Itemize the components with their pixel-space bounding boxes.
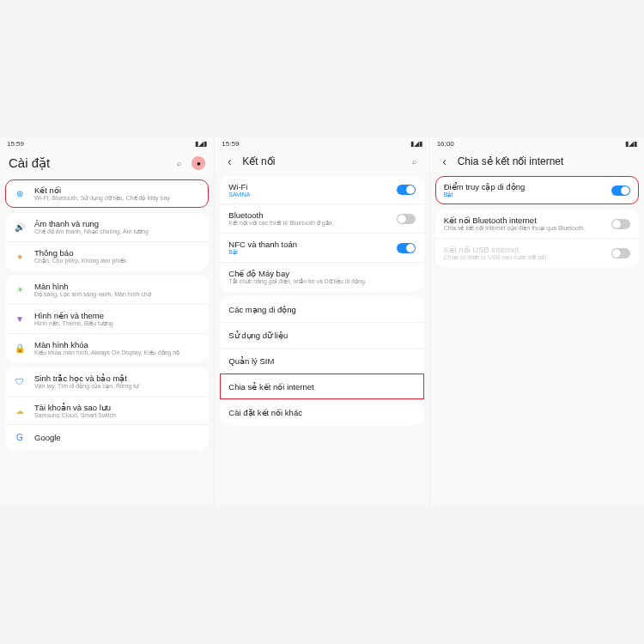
item-display[interactable]: ☀ Màn hình Độ sáng, Lọc ánh sáng xanh, M… xyxy=(5,276,209,304)
card-g2: Các mạng di động Sử dụng dữ liệu Quản lý… xyxy=(220,296,423,425)
header: Cài đặt ⌕ ● xyxy=(0,150,214,176)
status-bar: 15:59 ▮◢▮ xyxy=(215,137,428,150)
cloud-icon: ☁ xyxy=(14,406,26,416)
screen-connections: 15:59 ▮◢▮ ‹ Kết nối ⌕ Wi-Fi SAVINA Bluet… xyxy=(215,137,429,507)
item-bluetooth-tethering[interactable]: Kết nối Bluetooth internet Chia sẻ kết n… xyxy=(435,210,639,238)
usb-tether-toggle xyxy=(611,248,630,258)
item-bluetooth[interactable]: Bluetooth Kết nối với các thiết bị Bluet… xyxy=(220,204,423,233)
header: ‹ Chia sẻ kết nối internet xyxy=(430,150,644,173)
card-group-3: ☀ Màn hình Độ sáng, Lọc ánh sáng xanh, M… xyxy=(5,276,209,362)
tethering-list: Điểm truy cập di động Bật Kết nối Blueto… xyxy=(430,173,644,507)
item-sim-manager[interactable]: Quản lý SIM xyxy=(220,348,423,374)
google-icon: G xyxy=(14,433,26,442)
status-bar: 16:00 ▮◢▮ xyxy=(430,137,644,150)
search-icon[interactable]: ⌕ xyxy=(173,157,185,169)
connections-list: Wi-Fi SAVINA Bluetooth Kết nối với các t… xyxy=(215,173,428,507)
status-time: 16:00 xyxy=(437,140,454,148)
item-title: Kết nối xyxy=(34,185,200,195)
item-airplane[interactable]: Chế độ Máy bay Tắt chức năng gọi điện, n… xyxy=(220,262,423,291)
status-time: 15:59 xyxy=(222,140,239,148)
bluetooth-toggle[interactable] xyxy=(397,214,416,224)
header: ‹ Kết nối ⌕ xyxy=(215,150,428,173)
item-biometrics[interactable]: 🛡 Sinh trắc học và bảo mật Vân tay, Tìm … xyxy=(5,368,209,396)
settings-list: ⊛ Kết nối Wi-Fi, Bluetooth, Sử dụng dữ l… xyxy=(0,176,214,507)
item-nfc[interactable]: NFC và thanh toán Bật xyxy=(220,233,423,262)
item-sound[interactable]: 🔊 Âm thanh và rung Chế độ âm thanh, Nhạc… xyxy=(5,213,209,241)
card-mobile-hotspot: Điểm truy cập di động Bật xyxy=(435,176,639,204)
item-usb-tethering: Kết nối USB internet Chưa có thiết bị US… xyxy=(435,238,639,267)
lock-icon: 🔒 xyxy=(14,343,26,353)
item-wifi[interactable]: Wi-Fi SAVINA xyxy=(220,176,423,204)
profile-avatar[interactable]: ● xyxy=(191,156,205,170)
sun-icon: ☀ xyxy=(14,285,26,295)
page-title: Chia sẻ kết nối internet xyxy=(458,155,635,167)
screen-tethering: 16:00 ▮◢▮ ‹ Chia sẻ kết nối internet Điể… xyxy=(430,137,644,507)
item-accounts[interactable]: ☁ Tài khoản và sao lưu Samsung Cloud, Sm… xyxy=(5,396,209,424)
search-icon[interactable]: ⌕ xyxy=(409,155,421,167)
item-hotspot-tethering[interactable]: Chia sẻ kết nối internet xyxy=(220,374,423,399)
item-google[interactable]: G Google xyxy=(5,424,209,450)
item-theme[interactable]: ▼ Hình nền và theme Hình nền, Theme, Biể… xyxy=(5,304,209,333)
shield-icon: 🛡 xyxy=(14,377,26,386)
bt-tether-toggle[interactable] xyxy=(611,219,630,229)
item-connections[interactable]: ⊛ Kết nối Wi-Fi, Bluetooth, Sử dụng dữ l… xyxy=(5,179,209,208)
item-sub: Wi-Fi, Bluetooth, Sử dụng dữ liệu, Chế đ… xyxy=(34,195,200,202)
hotspot-toggle[interactable] xyxy=(611,185,630,196)
item-mobile-networks[interactable]: Các mạng di động xyxy=(220,296,423,322)
status-bar: 15:59 ▮◢▮ xyxy=(0,137,214,150)
card-group-2: 🔊 Âm thanh và rung Chế độ âm thanh, Nhạc… xyxy=(5,213,209,270)
item-more-connections[interactable]: Cài đặt kết nối khác xyxy=(220,399,423,425)
item-lockscreen[interactable]: 🔒 Màn hình khóa Kiểu khóa màn hình, Alwa… xyxy=(5,333,209,362)
wifi-icon: ⊛ xyxy=(14,189,26,198)
sound-icon: 🔊 xyxy=(14,222,26,232)
page-title: Cài đặt xyxy=(9,155,166,171)
item-notifications[interactable]: ● Thông báo Chặn, Cho phép, Không làm ph… xyxy=(5,241,209,270)
back-icon[interactable]: ‹ xyxy=(439,155,451,167)
card-connections: ⊛ Kết nối Wi-Fi, Bluetooth, Sử dụng dữ l… xyxy=(5,179,209,208)
wifi-toggle[interactable] xyxy=(397,185,416,195)
bell-icon: ● xyxy=(14,252,26,261)
page-title: Kết nối xyxy=(242,155,401,167)
card-group-4: 🛡 Sinh trắc học và bảo mật Vân tay, Tìm … xyxy=(5,368,209,450)
back-icon[interactable]: ‹ xyxy=(223,155,235,167)
status-icons: ▮◢▮ xyxy=(410,140,422,148)
item-mobile-hotspot[interactable]: Điểm truy cập di động Bật xyxy=(435,176,639,204)
theme-icon: ▼ xyxy=(14,314,26,324)
status-icons: ▮◢▮ xyxy=(625,140,637,148)
card-g1: Wi-Fi SAVINA Bluetooth Kết nối với các t… xyxy=(220,176,423,291)
status-icons: ▮◢▮ xyxy=(195,140,207,148)
screen-settings-main: 15:59 ▮◢▮ Cài đặt ⌕ ● ⊛ Kết nối Wi-Fi, B… xyxy=(0,137,215,507)
status-time: 15:59 xyxy=(7,140,24,148)
item-data-usage[interactable]: Sử dụng dữ liệu xyxy=(220,322,423,348)
card-tethering-others: Kết nối Bluetooth internet Chia sẻ kết n… xyxy=(435,210,639,267)
nfc-toggle[interactable] xyxy=(397,243,416,253)
